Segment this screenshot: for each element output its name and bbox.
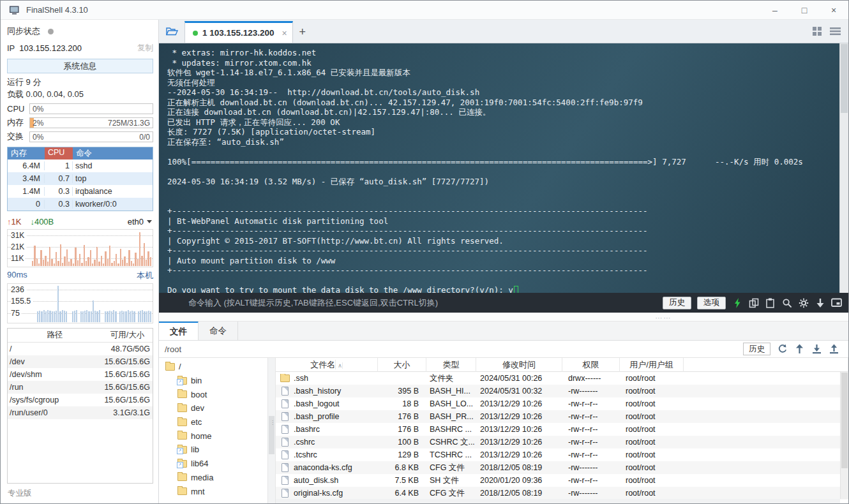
file-row[interactable]: .bashrc 176 B BASHRC ... 2013/12/29 10:2… bbox=[276, 423, 848, 436]
history-button[interactable]: 历史 bbox=[663, 297, 691, 309]
terminal[interactable]: * extras: mirror-hk.koddos.net * updates… bbox=[159, 43, 848, 313]
graph-bar bbox=[43, 310, 45, 322]
gear-icon[interactable] bbox=[798, 297, 809, 308]
header-owner[interactable]: 用户/用户组 bbox=[620, 358, 684, 372]
disk-row[interactable]: /dev/shm 15.6G/15.6G bbox=[8, 368, 153, 381]
file-row[interactable]: .bash_history 395 B BASH_HI... 2024/05/3… bbox=[276, 385, 848, 397]
file-row[interactable]: anaconda-ks.cfg 6.8 KB CFG 文件 2018/12/05… bbox=[276, 461, 848, 474]
tab-close-icon[interactable]: × bbox=[282, 28, 287, 38]
file-row[interactable]: .bash_profile 176 B BASH_PR... 2013/12/2… bbox=[276, 410, 848, 423]
lightning-icon[interactable] bbox=[732, 297, 742, 308]
tree-item[interactable]: home bbox=[159, 429, 267, 443]
file-row[interactable]: .cshrc 100 B CSHRC 文... 2013/12/29 10:26… bbox=[276, 436, 848, 448]
file-row[interactable]: .bash_logout 18 B BASH_LO... 2013/12/29 … bbox=[276, 397, 848, 410]
process-row[interactable]: 0 0.3 kworker/0:0 bbox=[8, 198, 153, 211]
copy-icon[interactable] bbox=[748, 297, 759, 308]
file-row[interactable]: .tcshrc 129 B TCSHRC ... 2013/12/29 10:2… bbox=[276, 448, 848, 461]
disk-row[interactable]: / 48.7G/50G bbox=[8, 343, 153, 355]
disk-header-size[interactable]: 可用/大小 bbox=[102, 330, 153, 341]
command-input-placeholder[interactable]: 命令输入 (按ALT键提示历史,TAB键路径,ESC键返回,双击CTRL切换) bbox=[188, 297, 438, 309]
tree-item[interactable]: boot bbox=[159, 387, 267, 401]
disk-row[interactable]: /dev 15.6G/15.6G bbox=[8, 355, 153, 368]
system-info-button[interactable]: 系统信息 bbox=[7, 59, 153, 73]
search-icon[interactable] bbox=[781, 297, 792, 308]
arrow-down-icon[interactable] bbox=[815, 297, 825, 308]
graph-bar bbox=[142, 310, 143, 322]
tree-item[interactable]: mnt bbox=[159, 484, 267, 498]
copy-ip-link[interactable]: 复制 bbox=[137, 43, 153, 54]
path-history-button[interactable]: 历史 bbox=[743, 343, 770, 355]
upload-icon[interactable] bbox=[829, 344, 839, 355]
file-table-scrollbar-thumb[interactable] bbox=[841, 373, 848, 468]
path-input[interactable]: /root bbox=[165, 345, 181, 354]
maximize-button[interactable]: □ bbox=[790, 1, 819, 20]
tree-item[interactable]: lib bbox=[159, 443, 267, 457]
command-input-bar[interactable]: 命令输入 (按ALT键提示历史,TAB键路径,ESC键返回,双击CTRL切换) … bbox=[159, 293, 848, 313]
interface-selector[interactable]: eth0 bbox=[128, 217, 153, 226]
tab-commands[interactable]: 命令 bbox=[199, 322, 238, 340]
graph-bar bbox=[99, 310, 100, 322]
new-tab-button[interactable]: + bbox=[293, 21, 312, 43]
tree-item[interactable]: / bbox=[159, 360, 267, 374]
process-header-cmd[interactable]: 命令 bbox=[73, 147, 153, 159]
graph-bar bbox=[47, 262, 49, 266]
graph-bar bbox=[103, 263, 104, 266]
grid-view-icon[interactable] bbox=[812, 26, 822, 36]
tree-item[interactable]: etc bbox=[159, 415, 267, 429]
monitor-icon[interactable] bbox=[831, 297, 842, 308]
process-header-mem[interactable]: 内存 bbox=[8, 147, 45, 159]
tree-scrollbar[interactable]: ⋮ bbox=[267, 358, 275, 503]
disk-header-path[interactable]: 路径 bbox=[8, 330, 102, 341]
header-mtime[interactable]: 修改时间 bbox=[476, 358, 562, 372]
file-owner: root/root bbox=[620, 412, 684, 421]
process-row[interactable]: 6.4M 1 sshd bbox=[8, 159, 153, 172]
process-row[interactable]: 3.4M 0.7 top bbox=[8, 172, 153, 185]
graph-bar bbox=[37, 311, 38, 322]
file-type: BASH_LO... bbox=[426, 399, 476, 408]
file-row[interactable]: .ssh 文件夹 2024/05/31 00:26 drwx------ roo… bbox=[276, 372, 848, 385]
graph-bar bbox=[70, 259, 71, 266]
bottom-panel-tabs: 文件 命令 bbox=[159, 322, 848, 341]
disk-row[interactable]: /run 15.6G/15.6G bbox=[8, 381, 153, 394]
tab-files[interactable]: 文件 bbox=[159, 321, 199, 340]
tree-item[interactable]: lib64 bbox=[159, 457, 267, 471]
open-sessions-button[interactable] bbox=[159, 20, 184, 43]
go-up-icon[interactable] bbox=[794, 344, 805, 355]
disk-path: /run bbox=[8, 383, 84, 392]
download-icon[interactable] bbox=[811, 344, 822, 355]
terminal-scrollbar[interactable] bbox=[839, 43, 848, 293]
tree-item[interactable]: dev bbox=[159, 401, 267, 415]
file-row[interactable]: auto_disk.sh 7.5 KB SH 文件 2020/01/20 09:… bbox=[276, 474, 848, 487]
graph-bar bbox=[86, 310, 87, 322]
tree-item[interactable]: media bbox=[159, 471, 267, 485]
header-size[interactable]: 大小 bbox=[378, 358, 426, 372]
disk-row[interactable]: /sys/fs/cgroup 15.6G/15.6G bbox=[8, 394, 153, 406]
header-perm[interactable]: 权限 bbox=[562, 358, 620, 372]
menu-icon[interactable] bbox=[830, 27, 841, 36]
close-button[interactable]: × bbox=[819, 1, 848, 20]
options-button[interactable]: 选项 bbox=[697, 297, 726, 309]
header-filename[interactable]: 文件名∧ bbox=[276, 358, 378, 372]
file-owner: root/root bbox=[620, 425, 684, 434]
file-table-scrollbar[interactable] bbox=[840, 372, 848, 499]
disk-row[interactable]: /run/user/0 3.1G/3.1G bbox=[8, 406, 153, 419]
session-tab[interactable]: 1 103.155.123.200 × bbox=[184, 21, 293, 43]
minimize-button[interactable]: – bbox=[760, 1, 790, 20]
graph-bar bbox=[150, 311, 151, 322]
process-row[interactable]: 1.4M 0.3 irqbalance bbox=[8, 185, 153, 198]
refresh-icon[interactable] bbox=[777, 344, 788, 355]
terminal-scrollbar-thumb[interactable] bbox=[841, 44, 848, 113]
header-type[interactable]: 类型 bbox=[426, 358, 476, 372]
file-table-hscrollbar[interactable] bbox=[276, 499, 840, 503]
process-header-cpu[interactable]: CPU bbox=[45, 147, 73, 159]
tree-item[interactable]: bin bbox=[159, 374, 267, 388]
load-text: 负载 0.00, 0.04, 0.05 bbox=[7, 88, 153, 100]
panel-splitter[interactable]: ⋯⋯ bbox=[159, 313, 848, 322]
paste-icon[interactable] bbox=[765, 297, 776, 308]
ping-host[interactable]: 本机 bbox=[137, 270, 153, 282]
file-owner: root/root bbox=[620, 374, 684, 383]
file-size: 6.4 KB bbox=[378, 489, 426, 498]
disk-path: /dev/shm bbox=[8, 370, 84, 379]
file-row[interactable]: original-ks.cfg 6.4 KB CFG 文件 2018/12/05… bbox=[276, 487, 848, 500]
graph-bar bbox=[84, 311, 86, 322]
